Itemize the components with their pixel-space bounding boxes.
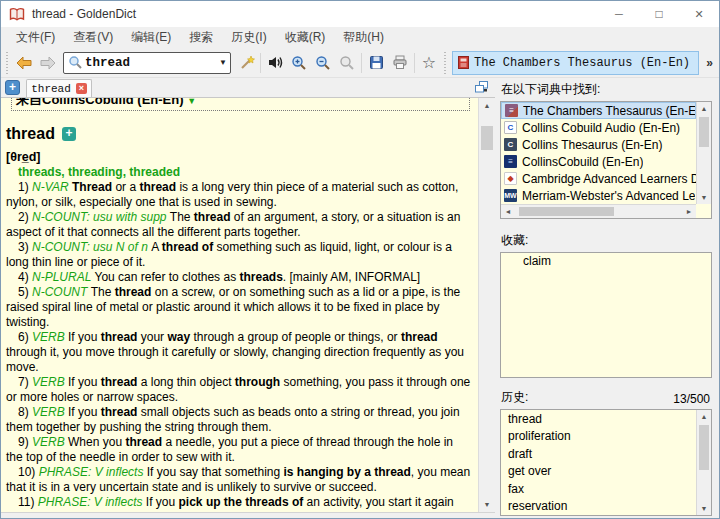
article-content[interactable]: 来自CollinsCobuild (En-En) ▼ thread + [θre… (1, 98, 478, 512)
dictionary-bar-label: The Chambers Thesaurus (En-En) (474, 56, 690, 70)
favorites-item[interactable]: claim (501, 253, 711, 270)
history-item[interactable]: get over (501, 463, 696, 480)
dictionary-list: ≡The Chambers Thesaurus (En-En)CCollins … (501, 102, 696, 204)
goldendict-window: thread - GoldenDict ─ □ ✕ 文件(F) 查看(V) 编辑… (0, 0, 720, 519)
scroll-down-icon[interactable]: ▼ (697, 502, 711, 515)
menu-view[interactable]: 查看(V) (64, 27, 122, 48)
search-dropdown-arrow-icon[interactable]: ▼ (216, 53, 230, 73)
sound-button[interactable] (263, 51, 287, 75)
minimize-button[interactable]: ─ (599, 1, 639, 27)
favorites-box: claim (500, 252, 712, 378)
dictionary-bar-active-button[interactable]: The Chambers Thesaurus (En-En) (452, 51, 699, 75)
history-list: threadproliferationdraftget overfaxreser… (501, 411, 696, 515)
history-scrollbar-thumb[interactable] (699, 425, 709, 470)
scan-popup-button[interactable] (234, 51, 258, 75)
search-input[interactable] (85, 54, 216, 72)
scroll-right-icon[interactable]: ► (682, 205, 696, 218)
dictbar-grip[interactable] (443, 52, 448, 74)
dictionary-item[interactable]: ≡The Chambers Thesaurus (En-En) (501, 102, 696, 119)
save-article-button[interactable] (364, 51, 388, 75)
maximize-button[interactable]: □ (639, 1, 679, 27)
main-area: + thread × 来自CollinsCobuild (En-En) ▼ th… (1, 78, 719, 518)
dictionary-hscrollbar-thumb[interactable] (519, 207, 614, 216)
dictionary-item[interactable]: CCollins Cobuild Audio (En-En) (501, 119, 696, 136)
menu-history[interactable]: 历史(I) (222, 27, 275, 48)
cascade-windows-icon[interactable] (474, 80, 489, 94)
collinscobuild-dictionary-icon: ≡ (504, 155, 517, 168)
toolbar: ▼ (1, 48, 719, 78)
window-controls: ─ □ ✕ (599, 1, 719, 27)
toolbar-separator (414, 53, 415, 73)
new-tab-button[interactable]: + (5, 80, 20, 95)
search-combobox[interactable]: ▼ (63, 52, 231, 74)
pronunciation: [θre̲d] (6, 150, 472, 165)
back-arrow-icon (16, 56, 32, 70)
menu-edit[interactable]: 编辑(E) (122, 27, 180, 48)
dictionary-item[interactable]: ◆Cambridge Advanced Learners D (501, 170, 696, 187)
tab-thread[interactable]: thread × (26, 79, 92, 97)
history-item[interactable]: fax (501, 481, 696, 498)
close-button[interactable]: ✕ (679, 1, 719, 27)
history-item[interactable]: draft (501, 446, 696, 463)
history-box: threadproliferationdraftget overfaxreser… (500, 409, 712, 516)
definition: 3) N-COUNT: usu N of n A thread of somet… (6, 240, 472, 270)
toolbar-overflow-button[interactable]: » (700, 56, 719, 70)
dictionary-list-scrollbar: ▲ ▼ (696, 102, 711, 204)
definition: 10) PHRASE: V inflects If you say that s… (6, 465, 472, 495)
collins-cobuild-audio-dictionary-icon: C (504, 121, 517, 134)
dictionary-item[interactable]: CCollins Thesaurus (En-En) (501, 136, 696, 153)
collins-thesaurus-dictionary-icon: C (504, 138, 517, 151)
history-item[interactable]: thread (501, 411, 696, 428)
history-item[interactable]: proliferation (501, 428, 696, 445)
zoom-reset-button[interactable] (335, 51, 359, 75)
print-button[interactable] (388, 51, 412, 75)
red-book-icon (458, 56, 469, 69)
dictionary-item[interactable]: MWMerriam-Webster's Advanced Le (501, 187, 696, 204)
back-button[interactable] (12, 51, 36, 75)
scroll-up-icon[interactable]: ▲ (697, 102, 711, 115)
zoom-in-button[interactable] (287, 51, 311, 75)
menu-favorites[interactable]: 收藏(R) (276, 27, 335, 48)
sidebar: 在以下词典中找到: ≡The Chambers Thesaurus (En-En… (495, 78, 719, 518)
forward-button[interactable] (36, 51, 60, 75)
zoom-out-button[interactable] (311, 51, 335, 75)
definition: 9) VERB When you thread a needle, you pu… (6, 435, 472, 465)
article-pane: 来自CollinsCobuild (En-En) ▼ thread + [θre… (1, 97, 495, 512)
found-in-dictionaries-label: 在以下词典中找到: (500, 80, 712, 101)
definition: 6) VERB If you thread your way through a… (6, 330, 472, 375)
menu-file[interactable]: 文件(F) (7, 27, 64, 48)
scroll-up-icon[interactable]: ▲ (697, 410, 711, 423)
dictionary-item-label: Cambridge Advanced Learners D (522, 172, 696, 186)
definition: 8) VERB If you thread small objects such… (6, 405, 472, 435)
scroll-up-icon[interactable]: ▲ (479, 98, 495, 113)
toolbar-grip[interactable] (5, 52, 10, 74)
tab-close-icon[interactable]: × (76, 83, 87, 94)
scroll-left-icon[interactable]: ◄ (501, 205, 515, 218)
scroll-down-icon[interactable]: ▼ (479, 497, 495, 512)
dictionary-item-label: Collins Thesaurus (En-En) (522, 138, 663, 152)
definition: 7) VERB If you thread a long thin object… (6, 375, 472, 405)
cambridge-dictionary-icon: ◆ (504, 172, 517, 185)
floppy-disk-icon (369, 55, 384, 70)
dictionary-item-label: Collins Cobuild Audio (En-En) (522, 121, 680, 135)
menu-search[interactable]: 搜索 (180, 27, 222, 48)
dictionary-bar: The Chambers Thesaurus (En-En) » (450, 48, 719, 78)
definition: 5) N-COUNT The thread on a screw, or on … (6, 285, 472, 330)
scroll-down-icon[interactable]: ▼ (697, 191, 711, 204)
dictionary-list-box: ≡The Chambers Thesaurus (En-En)CCollins … (500, 101, 712, 219)
article-scrollbar-thumb[interactable] (481, 126, 493, 150)
dictionary-scrollbar-thumb[interactable] (699, 117, 709, 147)
definition: 2) N-COUNT: usu with supp The thread of … (6, 210, 472, 240)
dictionary-item-label: The Chambers Thesaurus (En-En) (523, 104, 695, 118)
dictionary-item[interactable]: ≡CollinsCobuild (En-En) (501, 153, 696, 170)
collapse-triangle-icon[interactable]: ▼ (187, 98, 196, 106)
menu-help[interactable]: 帮助(H) (334, 27, 393, 48)
menubar: 文件(F) 查看(V) 编辑(E) 搜索 历史(I) 收藏(R) 帮助(H) (1, 27, 719, 48)
add-to-favorites-star-icon[interactable]: ☆ (417, 51, 441, 75)
add-headword-button[interactable]: + (62, 127, 76, 141)
speaker-icon (267, 55, 284, 70)
article-source-header[interactable]: 来自CollinsCobuild (En-En) ▼ (11, 98, 470, 111)
article-column: + thread × 来自CollinsCobuild (En-En) ▼ th… (1, 78, 495, 518)
tab-label: thread (31, 83, 71, 95)
history-item[interactable]: reservation (501, 498, 696, 515)
